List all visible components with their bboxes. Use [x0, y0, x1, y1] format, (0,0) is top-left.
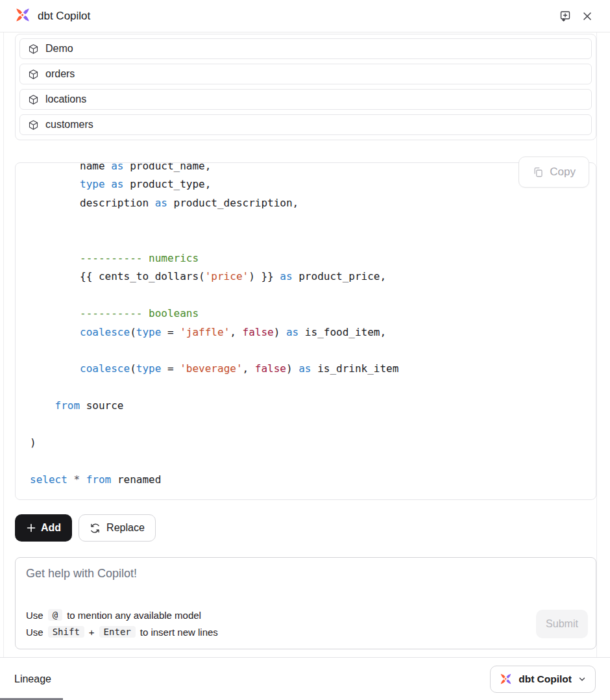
plus-icon [26, 523, 36, 533]
at-key-badge: @ [48, 609, 62, 621]
copilot-composer: Use @ to mention any available model Use… [15, 557, 596, 649]
code-lines: name as product_name, type as product_ty… [16, 162, 596, 489]
footer-bar: Lineage dbt Copilot [0, 657, 610, 700]
shift-key-badge: Shift [48, 626, 84, 638]
copilot-selector-label: dbt Copilot [518, 673, 572, 685]
popout-panel-button[interactable] [556, 7, 574, 25]
header: dbt Copilot [0, 0, 610, 32]
copy-button-label: Copy [550, 166, 576, 179]
panel-title: dbt Copilot [38, 10, 90, 23]
copilot-selector-button[interactable]: dbt Copilot [490, 666, 596, 693]
panel-content: Demo orders locations customers [3, 32, 597, 657]
enter-key-badge: Enter [99, 626, 136, 638]
tab-lineage[interactable]: Lineage [14, 673, 51, 685]
model-chip-list: Demo orders locations customers [15, 34, 596, 140]
replace-button-label: Replace [106, 522, 145, 534]
model-chip-orders[interactable]: orders [19, 64, 592, 84]
code-scroll-area[interactable]: name as product_name, type as product_ty… [15, 162, 596, 500]
cube-icon [28, 44, 39, 55]
hint-newline: Use Shift + Enter to insert new lines [26, 623, 218, 640]
copy-code-button[interactable]: Copy [518, 156, 589, 188]
model-chip-locations[interactable]: locations [19, 89, 592, 110]
dbt-copilot-panel: dbt Copilot [0, 0, 610, 700]
popout-icon [559, 10, 572, 23]
close-icon [581, 10, 593, 22]
copy-icon [532, 166, 544, 178]
copilot-prompt-input[interactable] [26, 567, 415, 598]
model-chip-label: orders [45, 68, 75, 80]
model-chip-label: locations [45, 94, 86, 105]
replace-button[interactable]: Replace [79, 514, 156, 542]
add-button-label: Add [41, 522, 61, 534]
cube-icon [28, 94, 39, 105]
model-chip-customers[interactable]: customers [19, 114, 592, 135]
chevron-down-icon [578, 675, 587, 684]
refresh-icon [90, 523, 101, 534]
model-chip-label: Demo [45, 43, 73, 55]
model-chip-label: customers [45, 119, 93, 131]
model-chip-demo[interactable]: Demo [19, 38, 592, 59]
add-button[interactable]: Add [15, 514, 72, 542]
composer-hints: Use @ to mention any available model Use… [26, 606, 218, 640]
code-actions: Add Replace [15, 514, 596, 542]
dbt-copilot-logo-icon [499, 672, 513, 686]
cube-icon [28, 119, 39, 131]
submit-button[interactable]: Submit [536, 610, 588, 638]
close-panel-button[interactable] [578, 7, 596, 25]
cube-icon [28, 69, 39, 80]
dbt-copilot-logo-icon [14, 6, 31, 26]
hint-mention: Use @ to mention any available model [26, 606, 218, 623]
code-block: name as product_name, type as product_ty… [15, 162, 596, 500]
